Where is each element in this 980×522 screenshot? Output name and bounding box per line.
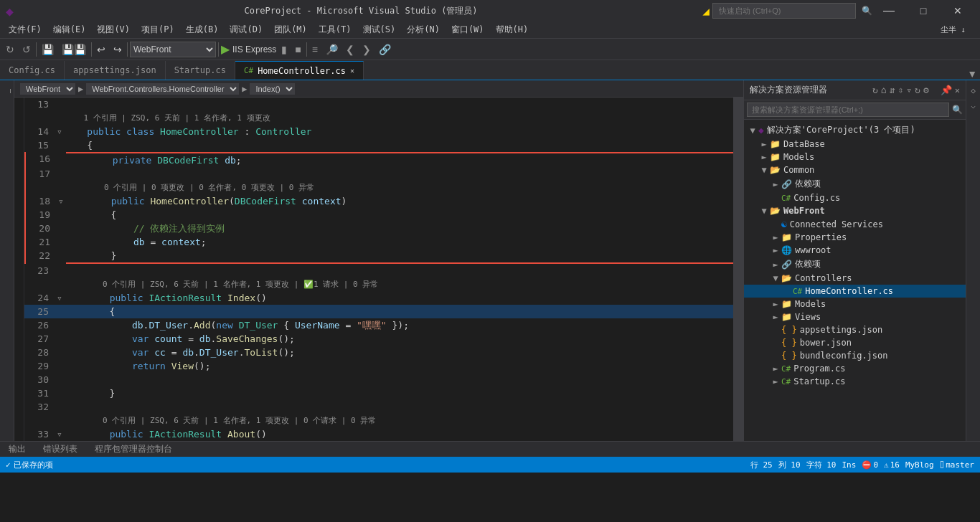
se-pin-icon[interactable]: 📌: [941, 85, 952, 95]
bundleconfig-json-icon: { }: [781, 351, 797, 361]
bottom-tab-package[interactable]: 程序包管理器控制台: [92, 442, 175, 457]
tree-wf-models-label: Models: [795, 299, 826, 309]
tree-item-controllers[interactable]: ▼ 📂 Controllers: [744, 272, 966, 285]
tree-item-wf-deps[interactable]: ► 🔗 依赖项: [744, 257, 966, 272]
menu-help[interactable]: 帮助(H): [490, 22, 534, 37]
tree-item-program[interactable]: ► C# Program.cs: [744, 362, 966, 375]
code-line-14: 14 ▿ public class HomeController : Contr…: [24, 125, 733, 138]
right-sidebar: ◇ ⌵: [966, 80, 980, 441]
funnel-icon: ◢: [702, 4, 710, 18]
vertical-scrollbar[interactable]: [733, 98, 743, 441]
menu-team[interactable]: 团队(M): [268, 22, 313, 37]
toolbar-stop-btn[interactable]: ■: [292, 42, 303, 57]
sidebar-tab-server-explorer[interactable]: ⎯: [1, 83, 12, 99]
tree-deps-label: 依赖项: [795, 178, 821, 190]
tree-views-label: Views: [795, 312, 821, 322]
maximize-button[interactable]: □: [907, 0, 940, 22]
right-icon-2[interactable]: ⌵: [969, 98, 977, 113]
error-icon: ⛔: [862, 460, 872, 470]
menu-debug[interactable]: 调试(D): [224, 22, 268, 37]
code-meta-14: 1 个引用 | ZSQ, 6 天前 | 1 名作者, 1 项更改: [24, 111, 733, 125]
appsettings-json-icon: { }: [781, 325, 797, 335]
menu-file[interactable]: 文件(F): [3, 22, 47, 37]
tree-item-bundleconfig[interactable]: { } bundleconfig.json: [744, 349, 966, 362]
context-dropdown-1[interactable]: WebFront: [20, 83, 75, 95]
se-search-input[interactable]: [747, 103, 949, 117]
close-button[interactable]: ✕: [941, 0, 974, 22]
run-button[interactable]: ▶ IIS Express: [221, 42, 276, 56]
tree-item-appsettings[interactable]: { } appsettings.json: [744, 323, 966, 336]
tab-startup[interactable]: Startup.cs: [166, 61, 235, 80]
code-content-area[interactable]: 13 1 个引用 | ZSQ, 6 天前 | 1 名作者, 1 项更改 14 ▿…: [24, 98, 733, 441]
quick-launch-input[interactable]: [712, 3, 856, 19]
tab-homecontroller[interactable]: C# HomeController.cs ✕: [235, 61, 364, 80]
tree-item-startup[interactable]: ► C# Startup.cs: [744, 375, 966, 388]
bottom-tab-output[interactable]: 输出: [6, 442, 29, 457]
toolbar-misc2[interactable]: 🔎: [323, 42, 341, 57]
left-sidebar: ⎯: [0, 80, 14, 441]
toolbar-misc5[interactable]: 🔗: [376, 42, 394, 57]
tab-scroll-right[interactable]: ▼: [964, 68, 980, 80]
tree-item-common[interactable]: ▼ 📂 Common: [744, 163, 966, 176]
tree-item-webfront[interactable]: ▼ 📂 WebFront: [744, 204, 966, 217]
tree-item-homecontroller[interactable]: C# HomeController.cs: [744, 285, 966, 298]
se-home-icon[interactable]: ⌂: [881, 85, 887, 95]
menu-window[interactable]: 窗口(W): [446, 22, 490, 37]
se-gear-icon[interactable]: ⚙: [923, 85, 929, 95]
toolbar-back-btn[interactable]: ↻: [3, 42, 17, 57]
status-warnings: ⚠ 16: [884, 460, 900, 470]
tree-item-properties[interactable]: ► 📁 Properties: [744, 231, 966, 244]
status-ready: ✓ 已保存的项: [6, 460, 53, 470]
tab-homecontroller-close[interactable]: ✕: [350, 67, 354, 75]
menu-project[interactable]: 项目(P): [136, 22, 180, 37]
toolbar-undo-btn[interactable]: ↩: [94, 42, 108, 57]
toolbar-misc1[interactable]: ≡: [309, 42, 321, 57]
context-dropdown-2[interactable]: WebFront.Controllers.HomeController: [86, 83, 239, 95]
se-refresh-icon[interactable]: ↻: [915, 85, 920, 95]
menu-test[interactable]: 测试(S): [357, 22, 402, 37]
toolbar-fwd-btn[interactable]: ↺: [19, 42, 34, 57]
bottom-tab-errors[interactable]: 错误列表: [40, 442, 80, 457]
tree-item-connected-services[interactable]: ☯ Connected Services: [744, 217, 966, 231]
se-filter-icon[interactable]: ▿: [906, 85, 912, 95]
tree-item-common-deps[interactable]: ► 🔗 依赖项: [744, 176, 966, 191]
tree-item-wf-models[interactable]: ► 📁 Models: [744, 298, 966, 310]
se-collapse-icon[interactable]: ⇳: [897, 85, 903, 95]
menu-analysis[interactable]: 分析(N): [401, 22, 446, 37]
tree-item-bower[interactable]: { } bower.json: [744, 336, 966, 349]
tab-config[interactable]: Config.cs: [0, 61, 65, 80]
se-title-text: 解决方案资源管理器: [750, 84, 872, 96]
project-dropdown[interactable]: WebFront: [130, 42, 216, 57]
tree-item-solution[interactable]: ▼ ◆ 解决方案'CoreProject'(3 个项目): [744, 123, 966, 138]
statusbar: ✓ 已保存的项 行 25 列 10 字符 10 Ins ⛔ 0 ⚠ 16 MyB…: [0, 457, 980, 473]
menu-edit[interactable]: 编辑(E): [47, 22, 92, 37]
context-dropdown-3[interactable]: Index(): [250, 83, 295, 95]
tree-item-wwwroot[interactable]: ► 🌐 wwwroot: [744, 244, 966, 257]
tree-item-models[interactable]: ► 📁 Models: [744, 151, 966, 163]
se-sync-icon[interactable]: ↻: [872, 85, 878, 95]
se-expand-icon[interactable]: ⇵: [890, 85, 895, 95]
menu-view[interactable]: 视图(V): [91, 22, 136, 37]
minimize-button[interactable]: —: [872, 0, 905, 22]
toolbar-misc4[interactable]: ❯: [359, 42, 374, 57]
menu-tools[interactable]: 工具(T): [313, 22, 357, 37]
code-line-20: 20 // 依赖注入得到实例: [24, 222, 733, 235]
tab-appsettings[interactable]: appsettings.json: [65, 61, 166, 80]
tree-wwwroot-label: wwwroot: [795, 245, 831, 255]
right-icon-1[interactable]: ◇: [969, 83, 977, 98]
toolbar-misc3[interactable]: ❮: [343, 42, 357, 57]
toolbar-save-btn[interactable]: 💾: [39, 42, 57, 57]
tree-item-common-config[interactable]: C# Config.cs: [744, 191, 966, 204]
toolbar-pause-btn[interactable]: ▮: [278, 42, 290, 57]
code-line-24: 24 ▿ public IActionResult Index(): [24, 291, 733, 305]
se-search-icon: 🔍: [952, 105, 963, 115]
code-line-23: 23: [24, 264, 733, 277]
se-close-icon[interactable]: ✕: [955, 85, 960, 95]
tree-item-views[interactable]: ► 📁 Views: [744, 310, 966, 323]
properties-folder-icon: 📁: [781, 232, 792, 242]
menu-build[interactable]: 生成(B): [180, 22, 225, 37]
toolbar-redo-btn[interactable]: ↪: [110, 42, 125, 57]
toolbar-save-all-btn[interactable]: 💾💾: [59, 42, 89, 57]
se-tree: ▼ ◆ 解决方案'CoreProject'(3 个项目) ► 📁 DataBas…: [744, 120, 966, 441]
tree-item-database[interactable]: ► 📁 DataBase: [744, 138, 966, 151]
